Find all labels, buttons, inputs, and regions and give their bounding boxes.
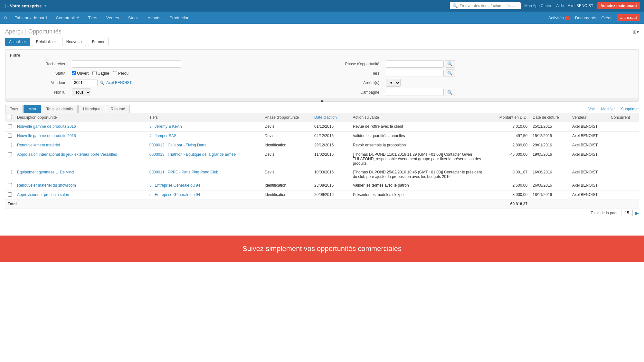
row-description: Appro salon international du jeux extéri… — [14, 150, 147, 168]
row-checkbox[interactable] — [8, 124, 12, 128]
statut-gagne-checkbox[interactable] — [92, 71, 97, 75]
row-tiers-name-link[interactable]: Jérémy & Kévin — [155, 124, 182, 129]
col-phase[interactable]: Phase d'opportunité — [262, 113, 312, 122]
nav-comptabilite[interactable]: Comptabilité — [52, 13, 83, 23]
row-description-link[interactable]: Approvisionner prochain salon — [17, 192, 69, 197]
phase-input[interactable] — [386, 60, 444, 68]
row-description-link[interactable]: Renouvellement matériel — [17, 143, 60, 147]
row-tiers-id-link[interactable]: 5 — [149, 183, 152, 188]
aide-link[interactable]: Aide — [556, 4, 564, 8]
achetez-button[interactable]: Achetez maintenant — [597, 2, 640, 9]
statut-gagne-label[interactable]: Gagné — [92, 71, 109, 76]
tab-tous-details[interactable]: Tous les détails — [42, 105, 78, 113]
row-tiers-name-link[interactable]: Entreprise Générale du 94 — [155, 183, 200, 188]
row-tiers-id-link[interactable]: 4 — [149, 134, 152, 138]
reinitialiser-button[interactable]: Réinitialiser — [32, 38, 60, 46]
creer-link[interactable]: Créer — [601, 15, 612, 20]
col-tiers[interactable]: Tiers — [147, 113, 262, 122]
activites-link[interactable]: Activités5 — [548, 15, 570, 20]
row-checkbox[interactable] — [8, 152, 12, 156]
row-checkbox[interactable] — [8, 192, 12, 197]
tab-resume[interactable]: Résumé — [106, 105, 130, 113]
rechercher-input[interactable] — [72, 60, 181, 68]
row-tiers-id-link[interactable]: 0000012 — [149, 143, 165, 147]
row-tiers-id-link[interactable]: 0000011 — [149, 170, 165, 174]
row-concurrent — [608, 122, 639, 132]
nav-achats[interactable]: Achats — [144, 13, 164, 23]
nouveau-button[interactable]: Nouveau — [62, 38, 86, 46]
campagne-search-btn[interactable]: 🔍 — [445, 89, 455, 96]
non-lu-label: Non lu — [10, 90, 68, 95]
row-tiers-name-link[interactable]: PPPC - Paris Ping Pong Club — [168, 170, 218, 174]
row-checkbox[interactable] — [8, 170, 12, 174]
row-date-cloture: 26/08/2016 — [530, 181, 570, 190]
row-tiers-name-link[interactable]: Club bar - Flying Darts — [168, 143, 206, 147]
nav-tableaux[interactable]: Tableaux de bord — [11, 13, 51, 23]
tab-mon[interactable]: Mon — [24, 105, 41, 113]
tab-historique[interactable]: Historique — [78, 105, 105, 113]
row-description-link[interactable]: Appro salon international du jeux extéri… — [17, 152, 117, 157]
company-name[interactable]: 1 - Votre entreprise — [4, 4, 42, 8]
row-checkbox[interactable] — [8, 183, 12, 187]
vendeur-input[interactable] — [72, 79, 98, 86]
col-action-suivante[interactable]: Action suivante — [350, 113, 488, 122]
statut-ouvert-label[interactable]: Ouvert — [72, 71, 89, 76]
row-description-link[interactable]: Nouvelle gamme de produits 2016 — [17, 134, 76, 138]
col-concurrent[interactable]: Concurrent — [608, 113, 639, 122]
col-vendeur[interactable]: Vendeur — [570, 113, 608, 122]
nav-tiers[interactable]: Tiers — [84, 13, 101, 23]
row-concurrent — [608, 141, 639, 150]
row-concurrent — [608, 181, 639, 190]
exact-button[interactable]: ≡ = exact — [617, 14, 640, 21]
row-tiers-name-link[interactable]: Entreprise Générale du 94 — [155, 192, 200, 197]
col-description[interactable]: Description opportunité — [14, 113, 147, 122]
nav-ventes[interactable]: Ventes — [102, 13, 123, 23]
row-tiers-id-link[interactable]: 0000013 — [149, 152, 165, 157]
vendeur-link[interactable]: Axel BENOIST — [106, 80, 132, 85]
fermer-button[interactable]: Fermer — [88, 38, 109, 46]
nav-stock[interactable]: Stock — [124, 13, 143, 23]
next-page-icon[interactable]: ▶ — [635, 210, 639, 216]
row-checkbox[interactable] — [8, 134, 12, 138]
row-description-link[interactable]: Renouveler matériel du showroom — [17, 183, 76, 188]
voir-action[interactable]: Voir — [588, 107, 595, 111]
phase-search-btn[interactable]: 🔍 — [445, 60, 455, 68]
nav-production[interactable]: Production — [166, 13, 193, 23]
documents-link[interactable]: Documents — [575, 15, 596, 20]
row-tiers-name-link[interactable]: Triathlon - Boutique de la grande armée — [167, 152, 236, 157]
statut-perdu-checkbox[interactable] — [113, 71, 117, 75]
row-checkbox[interactable] — [8, 143, 12, 147]
company-dropdown-icon[interactable]: ▾ — [44, 4, 46, 8]
home-icon[interactable]: ⌂ — [4, 15, 7, 21]
row-tiers-id-link[interactable]: 3 — [149, 124, 152, 129]
filter-collapse-bar[interactable]: ▲ — [5, 98, 639, 101]
non-lu-select[interactable]: Tous — [72, 88, 91, 96]
statut-ouvert-checkbox[interactable] — [72, 71, 76, 75]
tab-tous[interactable]: Tous — [5, 105, 23, 113]
tiers-search-btn[interactable]: 🔍 — [445, 70, 455, 77]
modifier-action[interactable]: Modifier — [601, 107, 615, 111]
col-date-cloture[interactable]: Date de clôture — [530, 113, 570, 122]
row-checkbox-cell — [5, 122, 14, 132]
page-size-input[interactable] — [621, 210, 633, 216]
row-description-link[interactable]: Nouvelle gamme de produits 2016 — [17, 124, 76, 129]
row-phase: Identification — [262, 141, 312, 150]
phase-cell: 🔍 — [386, 60, 634, 68]
row-checkbox-cell — [5, 168, 14, 181]
statut-perdu-label[interactable]: Perdu — [113, 71, 128, 76]
app-centre-link[interactable]: Mon App Centre — [525, 4, 553, 8]
select-all-checkbox[interactable] — [8, 115, 12, 119]
view-options[interactable]: ⊞▾ — [633, 29, 639, 34]
search-input[interactable] — [460, 4, 518, 8]
row-tiers-name-link[interactable]: Jumper SAS — [155, 134, 176, 138]
tiers-input[interactable] — [386, 70, 444, 77]
row-description-link[interactable]: Equipement gymnase L. De Vinci — [17, 170, 74, 174]
campagne-input[interactable] — [386, 89, 444, 96]
supprimer-action[interactable]: Supprimer — [621, 107, 639, 111]
col-date-action[interactable]: Date d'action ↑ — [312, 113, 350, 122]
row-tiers-id-link[interactable]: 5 — [149, 192, 152, 197]
arrieres-select[interactable]: ▼ — [386, 79, 401, 87]
col-montant[interactable]: Montant en D.D. — [488, 113, 530, 122]
row-checkbox-cell — [5, 190, 14, 200]
actualiser-button[interactable]: Actualiser — [5, 38, 30, 46]
